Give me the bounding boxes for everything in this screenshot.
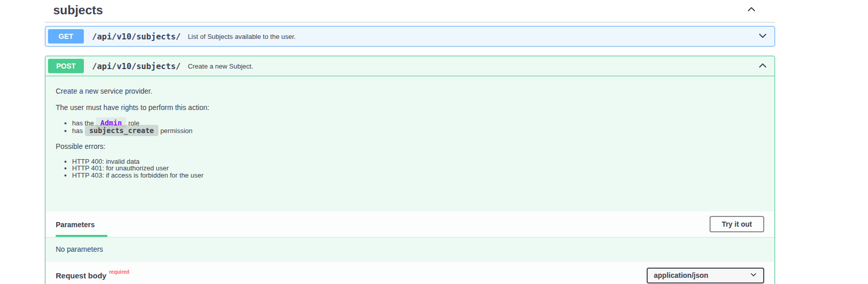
parameters-section-header: Parameters Try it out bbox=[45, 211, 774, 237]
opblock-post-subjects: POST /api/v10/subjects/ Create a new Sub… bbox=[45, 56, 775, 284]
opblock-body-post: Create a new service provider. The user … bbox=[45, 76, 774, 284]
opblock-summary-get[interactable]: GET /api/v10/subjects/ List of Subjects … bbox=[45, 27, 774, 46]
opblock-get-subjects: GET /api/v10/subjects/ List of Subjects … bbox=[45, 26, 775, 47]
request-body-title-wrap: Request body required bbox=[56, 271, 129, 280]
description-rights-heading: The user must have rights to perform thi… bbox=[56, 103, 764, 113]
required-badge: required bbox=[109, 269, 129, 275]
tag-title: subjects bbox=[53, 3, 103, 17]
operation-description: Create a new service provider. The user … bbox=[45, 76, 774, 211]
list-item: has subjects_create permission bbox=[72, 127, 764, 135]
chevron-down-icon bbox=[758, 31, 768, 42]
description-intro: Create a new service provider. bbox=[56, 86, 764, 96]
list-item: HTTP 403: if access is forbidden for the… bbox=[72, 172, 764, 179]
errors-list: HTTP 400: invalid data HTTP 401: for una… bbox=[56, 158, 764, 179]
chevron-up-icon bbox=[746, 4, 757, 16]
inline-code-subjects-create-permission: subjects_create bbox=[85, 125, 158, 136]
chevron-up-icon bbox=[758, 60, 768, 72]
method-badge-post: POST bbox=[48, 59, 84, 73]
parameters-body: No parameters bbox=[45, 237, 774, 262]
try-it-out-button[interactable]: Try it out bbox=[710, 216, 764, 232]
list-item: HTTP 401: for unauthorized user bbox=[72, 165, 764, 172]
description-errors-heading: Possible errors: bbox=[56, 142, 764, 151]
request-body-section-header: Request body required application/json bbox=[45, 262, 774, 284]
collapse-operation-button-post[interactable] bbox=[753, 60, 772, 72]
tab-parameters[interactable]: Parameters bbox=[56, 221, 107, 237]
content-type-selected-value: application/json bbox=[654, 271, 709, 279]
endpoint-path-link-post[interactable]: /api/v10/subjects/ bbox=[84, 61, 186, 71]
api-docs-container: subjects GET /api/v10/subjects/ List of … bbox=[45, 0, 775, 284]
endpoint-path-link-get[interactable]: /api/v10/subjects/ bbox=[84, 32, 186, 41]
content-type-select[interactable]: application/json bbox=[647, 268, 764, 283]
method-badge-get: GET bbox=[48, 29, 84, 43]
endpoint-summary-post: Create a new Subject. bbox=[186, 62, 753, 70]
list-item: has the Admin role bbox=[72, 119, 764, 127]
chevron-down-icon bbox=[750, 271, 757, 280]
request-body-title: Request body bbox=[56, 271, 106, 280]
opblock-summary-post[interactable]: POST /api/v10/subjects/ Create a new Sub… bbox=[45, 56, 774, 76]
expand-operation-button-get[interactable] bbox=[753, 31, 772, 42]
endpoint-summary-get: List of Subjects available to the user. bbox=[186, 33, 753, 40]
tag-section-header-subjects[interactable]: subjects bbox=[45, 0, 775, 23]
list-item: HTTP 400: invalid data bbox=[72, 158, 764, 165]
no-parameters-message: No parameters bbox=[56, 245, 103, 253]
rights-list: has the Admin role has subjects_create p… bbox=[56, 119, 764, 135]
collapse-section-button[interactable] bbox=[742, 4, 761, 16]
